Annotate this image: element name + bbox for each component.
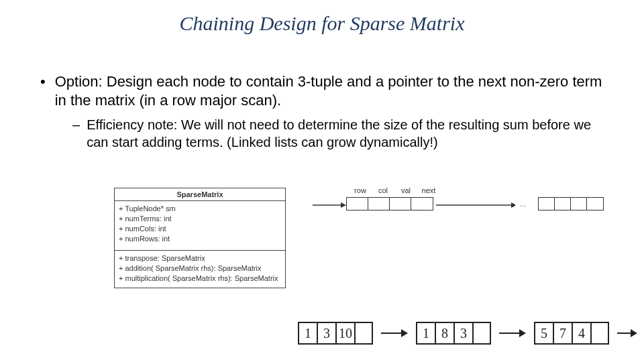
hand-cell	[592, 323, 608, 343]
bullet-sub-text: Efficiency note: We will not need to det…	[87, 116, 604, 151]
diagram-area: SparseMatrix + TupleNode* sm + numTerms:…	[114, 188, 617, 288]
bullet-main: • Option: Design each node to contain 3-…	[40, 72, 604, 109]
hand-cell: 5	[535, 323, 554, 343]
svg-marker-7	[519, 329, 526, 337]
uml-attributes: + TupleNode* sm + numTerms: int + numCol…	[114, 201, 286, 251]
label-col: col	[372, 186, 394, 194]
bullet-dot: •	[40, 72, 46, 109]
arrow-icon	[313, 202, 346, 210]
hand-cell: 1	[299, 323, 318, 343]
hand-node: 1 8 3	[416, 322, 491, 345]
arrow-icon	[381, 328, 408, 339]
uml-class-name: SparseMatrix	[114, 188, 286, 201]
uml-class-box: SparseMatrix + TupleNode* sm + numTerms:…	[114, 188, 286, 288]
label-val: val	[394, 186, 417, 194]
hand-cell: 3	[318, 323, 337, 343]
hand-cell: 1	[417, 323, 436, 343]
hand-node: 1 3 10	[298, 322, 373, 345]
uml-attr: + TupleNode* sm	[119, 204, 281, 214]
uml-attr: + numRows: int	[119, 234, 281, 244]
hand-cell: 3	[455, 323, 474, 343]
ellipsis: …	[519, 200, 527, 208]
node-box	[538, 197, 604, 210]
arrow-icon	[436, 202, 515, 210]
hand-cell	[474, 323, 490, 343]
hand-cell: 4	[573, 323, 592, 343]
uml-op: + addition( SparseMatrix rhs): SparseMat…	[119, 263, 281, 274]
uml-op: + multiplication( SparseMatrix rhs): Spa…	[119, 274, 281, 284]
slide-title: Chaining Design for Sparse Matrix	[0, 0, 644, 35]
label-next: next	[417, 186, 440, 194]
uml-op: + transpose: SparseMatrix	[119, 253, 281, 263]
hand-cell	[356, 323, 372, 343]
svg-marker-1	[341, 202, 346, 208]
label-row: row	[349, 186, 372, 194]
hand-cell: 7	[554, 323, 573, 343]
arrow-icon	[617, 328, 637, 339]
handwritten-example: 1 3 10 1 8 3 5 7 4	[295, 322, 643, 345]
node-box	[346, 197, 433, 210]
uml-operations: + transpose: SparseMatrix + addition( Sp…	[114, 251, 286, 288]
uml-attr: + numCols: int	[119, 224, 281, 234]
hand-cell: 10	[337, 323, 356, 343]
arrow-icon	[499, 328, 526, 339]
node-field-labels: row col val next	[349, 186, 440, 194]
uml-attr: + numTerms: int	[119, 214, 281, 224]
bullet-dash: –	[72, 116, 80, 151]
hand-node: 5 7 4	[534, 322, 609, 345]
hand-cell: 8	[436, 323, 455, 343]
svg-marker-9	[631, 329, 637, 337]
bullet-main-text: Option: Design each node to contain 3-tu…	[55, 72, 604, 109]
bullet-sub: – Efficiency note: We will not need to d…	[72, 116, 604, 151]
svg-marker-5	[401, 329, 408, 337]
svg-marker-3	[511, 202, 515, 208]
